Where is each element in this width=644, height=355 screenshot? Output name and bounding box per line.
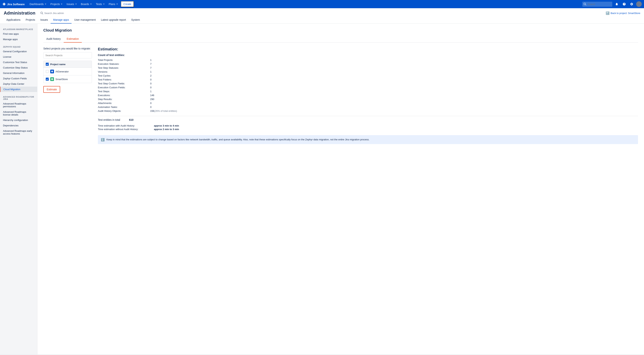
time-row: Time estimation with Audit History:appro…: [98, 124, 638, 127]
nav-boards[interactable]: Boards: [79, 0, 94, 8]
sidebar-section-marketplace: ATLASSIAN MARKETPLACE Find new apps Mana…: [0, 27, 37, 42]
tab-estimation[interactable]: Estimation: [64, 35, 82, 42]
nav-items: Dashboards Projects Issues Boards Tests …: [28, 0, 582, 8]
search-projects-input[interactable]: [43, 52, 92, 58]
create-button[interactable]: Create: [121, 1, 134, 7]
smartstore-icon: [50, 77, 54, 81]
admin-nav-system[interactable]: System: [128, 16, 142, 23]
estimation-divider: [98, 116, 638, 116]
sidebar-item-roadmaps-permissions[interactable]: Advanced Roadmaps permissions: [0, 101, 37, 109]
nav-issues[interactable]: Issues: [64, 0, 78, 8]
project-item-smartstore: SmartStore: [44, 75, 92, 83]
sidebar-item-general-information[interactable]: General Information: [0, 70, 37, 76]
sidebar-item-zephyr-custom-fields[interactable]: Zephyr Custom Fields: [0, 76, 37, 81]
smartstore-label: SmartStore: [56, 78, 68, 81]
search-wrapper: [582, 2, 612, 7]
table-row: Audit History Objects:156(26% of total e…: [98, 109, 638, 113]
logo-text: Jira Software: [7, 2, 25, 6]
sidebar-item-roadmaps-license[interactable]: Advanced Roadmaps license details: [0, 109, 37, 117]
table-row: Test Folders:0: [98, 78, 638, 81]
smartstore-checkbox[interactable]: [46, 78, 49, 81]
select-all-checkbox[interactable]: [46, 63, 49, 66]
back-to-project[interactable]: 🔙 Back to project: SmartStore: [606, 11, 640, 15]
table-row: Test Steps:1: [98, 89, 638, 93]
total-value: 610: [129, 118, 133, 121]
admin-search-label: Search Jira admin: [44, 12, 64, 14]
sidebar-section-zephyr: ZEPHYR SQUAD General Configuration Licen…: [0, 44, 37, 92]
sidebar-item-cloud-migration[interactable]: Cloud Migration: [0, 87, 37, 92]
sidebar-item-customize-test-status[interactable]: Customize Test Status: [0, 59, 37, 65]
estimation-total-row: Test entities in total 610: [98, 118, 638, 121]
table-row: Automation Tasks:0: [98, 105, 638, 109]
sidebar-item-manage-apps[interactable]: Manage apps: [0, 36, 37, 42]
chevron-down-icon: [75, 4, 77, 4]
main-content: Cloud Migration Audit history Estimation…: [37, 24, 644, 355]
estimation-count-label: Count of test entities:: [98, 53, 638, 56]
admin-nav-user-management[interactable]: User management: [72, 16, 98, 23]
logo[interactable]: Jira Software: [2, 2, 25, 6]
table-row: Test Step Statuses:7: [98, 66, 638, 70]
settings-button[interactable]: [629, 1, 635, 7]
global-search-input[interactable]: [582, 2, 612, 7]
svg-point-0: [51, 70, 53, 72]
nav-dashboards[interactable]: Dashboards: [28, 0, 48, 8]
tabs: Audit history Estimation: [43, 35, 638, 42]
table-row: Executions:146: [98, 93, 638, 97]
estimate-button[interactable]: Estimate: [43, 86, 60, 93]
sidebar-item-general-configuration[interactable]: General Configuration: [0, 49, 37, 54]
chevron-down-icon: [90, 4, 92, 4]
sidebar-section-title-zephyr: ZEPHYR SQUAD: [0, 44, 37, 49]
estimation-heading: Estimation:: [98, 47, 638, 51]
page-heading: Cloud Migration: [43, 28, 638, 32]
project-item-aigenerator: AIGenerator: [44, 68, 92, 75]
notifications-button[interactable]: [614, 1, 620, 7]
sidebar-item-license[interactable]: License: [0, 54, 37, 59]
tab-audit-history[interactable]: Audit history: [43, 35, 64, 42]
sidebar-item-zephyr-data-center[interactable]: Zephyr Data Center: [0, 81, 37, 87]
table-row: Test Cycles:2: [98, 74, 638, 78]
chevron-down-icon: [116, 4, 118, 4]
sidebar-section-title-marketplace: ATLASSIAN MARKETPLACE: [0, 27, 37, 31]
user-avatar[interactable]: [636, 1, 642, 7]
nav-plans[interactable]: Plans: [107, 0, 120, 8]
aigenerator-checkbox[interactable]: [46, 70, 49, 73]
admin-search-icon: [40, 12, 43, 14]
info-box: ℹ️ Keep in mind that the estimations are…: [98, 135, 638, 144]
sidebar-item-find-new-apps[interactable]: Find new apps: [0, 31, 37, 36]
sidebar-item-dependencies[interactable]: Dependencies: [0, 123, 37, 128]
nav-projects[interactable]: Projects: [48, 0, 64, 8]
admin-nav-projects[interactable]: Projects: [23, 16, 38, 23]
table-row: Test Step Custom Fields:0: [98, 81, 638, 85]
sidebar-item-hierarchy-configuration[interactable]: Hierarchy configuration: [0, 117, 37, 123]
table-row: Attachments:0: [98, 101, 638, 105]
select-projects-label: Select projects you would like to migrat…: [43, 47, 92, 50]
table-row: Versions:1: [98, 70, 638, 74]
sidebar: ATLASSIAN MARKETPLACE Find new apps Mana…: [0, 24, 37, 355]
search-icon: [584, 3, 586, 5]
nav-tests[interactable]: Tests: [94, 0, 106, 8]
svg-point-1: [51, 78, 53, 80]
sidebar-section-roadmaps: ADVANCED ROADMAPS FOR JIRA Advanced Road…: [0, 94, 37, 136]
estimation-table: Total Projects:1Execution Statuses:7Test…: [98, 58, 638, 113]
aigenerator-icon: [50, 70, 54, 73]
chevron-down-icon: [45, 4, 46, 4]
admin-nav-upgrade-report[interactable]: Latest upgrade report: [98, 16, 129, 23]
admin-header: Administration Search Jira admin 🔙 Back …: [0, 8, 644, 24]
admin-nav-manage-apps[interactable]: Manage apps: [50, 16, 72, 23]
admin-search[interactable]: Search Jira admin: [40, 12, 64, 14]
help-button[interactable]: [621, 1, 627, 7]
time-rows: Time estimation with Audit History:appro…: [98, 124, 638, 131]
top-navigation: Jira Software Dashboards Projects Issues…: [0, 0, 644, 8]
sidebar-item-customize-step-status[interactable]: Customize Step Status: [0, 65, 37, 70]
info-text: Keep in mind that the estimations are su…: [106, 138, 370, 141]
left-panel: Select projects you would like to migrat…: [43, 47, 92, 144]
back-icon: 🔙: [606, 11, 610, 15]
sidebar-item-early-access[interactable]: Advanced Roadmaps early access features: [0, 128, 37, 136]
admin-nav-issues[interactable]: Issues: [38, 16, 50, 23]
admin-nav-applications[interactable]: Applications: [4, 16, 23, 23]
aigenerator-label: AIGenerator: [56, 70, 69, 73]
chevron-down-icon: [61, 4, 62, 4]
page-layout: ATLASSIAN MARKETPLACE Find new apps Mana…: [0, 24, 644, 355]
time-row: Time estimation without Audit History:ap…: [98, 128, 638, 131]
info-icon: ℹ️: [101, 138, 104, 141]
